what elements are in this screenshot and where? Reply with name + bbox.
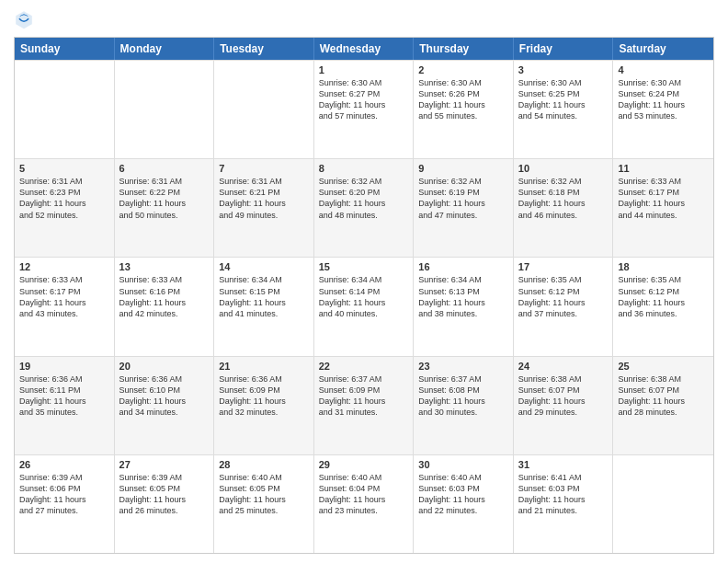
- day-number: 2: [418, 64, 508, 75]
- header-day-monday: Monday: [115, 38, 215, 60]
- day-info: Sunrise: 6:36 AM Sunset: 6:09 PM Dayligh…: [219, 373, 309, 419]
- day-cell-8: 8Sunrise: 6:32 AM Sunset: 6:20 PM Daylig…: [314, 159, 415, 257]
- day-cell-21: 21Sunrise: 6:36 AM Sunset: 6:09 PM Dayli…: [214, 357, 314, 454]
- day-cell-6: 6Sunrise: 6:31 AM Sunset: 6:22 PM Daylig…: [115, 159, 215, 257]
- day-info: Sunrise: 6:39 AM Sunset: 6:05 PM Dayligh…: [119, 472, 210, 517]
- day-info: Sunrise: 6:32 AM Sunset: 6:18 PM Dayligh…: [518, 176, 609, 221]
- day-number: 4: [618, 64, 709, 75]
- day-number: 19: [19, 361, 109, 372]
- day-info: Sunrise: 6:38 AM Sunset: 6:07 PM Dayligh…: [518, 373, 609, 419]
- logo: [14, 9, 38, 29]
- empty-cell: [613, 455, 713, 553]
- day-cell-30: 30Sunrise: 6:40 AM Sunset: 6:03 PM Dayli…: [414, 455, 514, 553]
- day-number: 5: [19, 163, 109, 174]
- day-info: Sunrise: 6:31 AM Sunset: 6:23 PM Dayligh…: [19, 176, 109, 221]
- day-number: 29: [319, 459, 409, 470]
- svg-marker-0: [16, 11, 32, 29]
- day-number: 10: [518, 163, 609, 174]
- day-info: Sunrise: 6:40 AM Sunset: 6:05 PM Dayligh…: [219, 472, 309, 517]
- day-info: Sunrise: 6:30 AM Sunset: 6:25 PM Dayligh…: [518, 77, 609, 122]
- day-cell-4: 4Sunrise: 6:30 AM Sunset: 6:24 PM Daylig…: [613, 61, 713, 158]
- day-cell-20: 20Sunrise: 6:36 AM Sunset: 6:10 PM Dayli…: [115, 357, 215, 454]
- page: SundayMondayTuesdayWednesdayThursdayFrid…: [0, 0, 728, 563]
- day-info: Sunrise: 6:30 AM Sunset: 6:26 PM Dayligh…: [418, 77, 508, 122]
- day-info: Sunrise: 6:35 AM Sunset: 6:12 PM Dayligh…: [618, 274, 709, 319]
- day-info: Sunrise: 6:35 AM Sunset: 6:12 PM Dayligh…: [518, 274, 609, 319]
- day-cell-3: 3Sunrise: 6:30 AM Sunset: 6:25 PM Daylig…: [514, 61, 614, 158]
- header-day-friday: Friday: [514, 38, 614, 60]
- day-info: Sunrise: 6:33 AM Sunset: 6:16 PM Dayligh…: [119, 274, 210, 319]
- day-cell-17: 17Sunrise: 6:35 AM Sunset: 6:12 PM Dayli…: [514, 258, 614, 355]
- empty-cell: [214, 61, 314, 158]
- day-info: Sunrise: 6:38 AM Sunset: 6:07 PM Dayligh…: [618, 373, 709, 419]
- day-number: 20: [119, 361, 210, 372]
- header-day-wednesday: Wednesday: [314, 38, 415, 60]
- day-number: 22: [319, 361, 409, 372]
- day-cell-23: 23Sunrise: 6:37 AM Sunset: 6:08 PM Dayli…: [414, 357, 514, 454]
- header-day-tuesday: Tuesday: [214, 38, 314, 60]
- day-number: 15: [319, 261, 409, 272]
- day-info: Sunrise: 6:33 AM Sunset: 6:17 PM Dayligh…: [618, 176, 709, 221]
- day-cell-11: 11Sunrise: 6:33 AM Sunset: 6:17 PM Dayli…: [613, 159, 713, 257]
- day-info: Sunrise: 6:34 AM Sunset: 6:15 PM Dayligh…: [219, 274, 309, 319]
- day-cell-31: 31Sunrise: 6:41 AM Sunset: 6:03 PM Dayli…: [514, 455, 614, 553]
- day-info: Sunrise: 6:40 AM Sunset: 6:04 PM Dayligh…: [319, 472, 409, 517]
- day-cell-29: 29Sunrise: 6:40 AM Sunset: 6:04 PM Dayli…: [314, 455, 415, 553]
- day-number: 12: [19, 261, 109, 272]
- day-info: Sunrise: 6:30 AM Sunset: 6:24 PM Dayligh…: [618, 77, 709, 122]
- calendar-row-5: 26Sunrise: 6:39 AM Sunset: 6:06 PM Dayli…: [15, 454, 713, 553]
- day-number: 17: [518, 261, 609, 272]
- day-number: 11: [618, 163, 709, 174]
- calendar-body: 1Sunrise: 6:30 AM Sunset: 6:27 PM Daylig…: [15, 60, 713, 553]
- header-day-thursday: Thursday: [414, 38, 514, 60]
- day-info: Sunrise: 6:31 AM Sunset: 6:21 PM Dayligh…: [219, 176, 309, 221]
- day-info: Sunrise: 6:34 AM Sunset: 6:14 PM Dayligh…: [319, 274, 409, 319]
- day-cell-22: 22Sunrise: 6:37 AM Sunset: 6:09 PM Dayli…: [314, 357, 415, 454]
- calendar-row-2: 5Sunrise: 6:31 AM Sunset: 6:23 PM Daylig…: [15, 158, 713, 257]
- day-info: Sunrise: 6:39 AM Sunset: 6:06 PM Dayligh…: [19, 472, 109, 517]
- day-number: 31: [518, 459, 609, 470]
- calendar-row-3: 12Sunrise: 6:33 AM Sunset: 6:17 PM Dayli…: [15, 257, 713, 355]
- day-number: 28: [219, 459, 309, 470]
- day-number: 13: [119, 261, 210, 272]
- day-cell-13: 13Sunrise: 6:33 AM Sunset: 6:16 PM Dayli…: [115, 258, 215, 355]
- day-cell-18: 18Sunrise: 6:35 AM Sunset: 6:12 PM Dayli…: [613, 258, 713, 355]
- day-number: 26: [19, 459, 109, 470]
- day-info: Sunrise: 6:32 AM Sunset: 6:19 PM Dayligh…: [418, 176, 508, 221]
- day-info: Sunrise: 6:41 AM Sunset: 6:03 PM Dayligh…: [518, 472, 609, 517]
- day-cell-15: 15Sunrise: 6:34 AM Sunset: 6:14 PM Dayli…: [314, 258, 415, 355]
- day-number: 14: [219, 261, 309, 272]
- day-number: 18: [618, 261, 709, 272]
- day-cell-2: 2Sunrise: 6:30 AM Sunset: 6:26 PM Daylig…: [414, 61, 514, 158]
- day-info: Sunrise: 6:32 AM Sunset: 6:20 PM Dayligh…: [319, 176, 409, 221]
- day-number: 6: [119, 163, 210, 174]
- header: [14, 9, 714, 29]
- day-info: Sunrise: 6:36 AM Sunset: 6:11 PM Dayligh…: [19, 373, 109, 419]
- day-info: Sunrise: 6:37 AM Sunset: 6:08 PM Dayligh…: [418, 373, 508, 419]
- day-info: Sunrise: 6:37 AM Sunset: 6:09 PM Dayligh…: [319, 373, 409, 419]
- day-info: Sunrise: 6:40 AM Sunset: 6:03 PM Dayligh…: [418, 472, 508, 517]
- calendar: SundayMondayTuesdayWednesdayThursdayFrid…: [14, 37, 714, 554]
- day-cell-12: 12Sunrise: 6:33 AM Sunset: 6:17 PM Dayli…: [15, 258, 115, 355]
- logo-icon: [14, 9, 34, 29]
- day-number: 30: [418, 459, 508, 470]
- day-cell-28: 28Sunrise: 6:40 AM Sunset: 6:05 PM Dayli…: [214, 455, 314, 553]
- calendar-header: SundayMondayTuesdayWednesdayThursdayFrid…: [15, 38, 713, 60]
- header-day-saturday: Saturday: [613, 38, 713, 60]
- day-info: Sunrise: 6:33 AM Sunset: 6:17 PM Dayligh…: [19, 274, 109, 319]
- day-info: Sunrise: 6:31 AM Sunset: 6:22 PM Dayligh…: [119, 176, 210, 221]
- day-cell-24: 24Sunrise: 6:38 AM Sunset: 6:07 PM Dayli…: [514, 357, 614, 454]
- day-info: Sunrise: 6:30 AM Sunset: 6:27 PM Dayligh…: [319, 77, 409, 122]
- day-number: 27: [119, 459, 210, 470]
- empty-cell: [115, 61, 215, 158]
- day-cell-27: 27Sunrise: 6:39 AM Sunset: 6:05 PM Dayli…: [115, 455, 215, 553]
- empty-cell: [15, 61, 115, 158]
- day-number: 1: [319, 64, 409, 75]
- calendar-row-1: 1Sunrise: 6:30 AM Sunset: 6:27 PM Daylig…: [15, 60, 713, 158]
- day-number: 24: [518, 361, 609, 372]
- day-cell-14: 14Sunrise: 6:34 AM Sunset: 6:15 PM Dayli…: [214, 258, 314, 355]
- day-number: 8: [319, 163, 409, 174]
- day-cell-1: 1Sunrise: 6:30 AM Sunset: 6:27 PM Daylig…: [314, 61, 415, 158]
- day-cell-26: 26Sunrise: 6:39 AM Sunset: 6:06 PM Dayli…: [15, 455, 115, 553]
- day-number: 7: [219, 163, 309, 174]
